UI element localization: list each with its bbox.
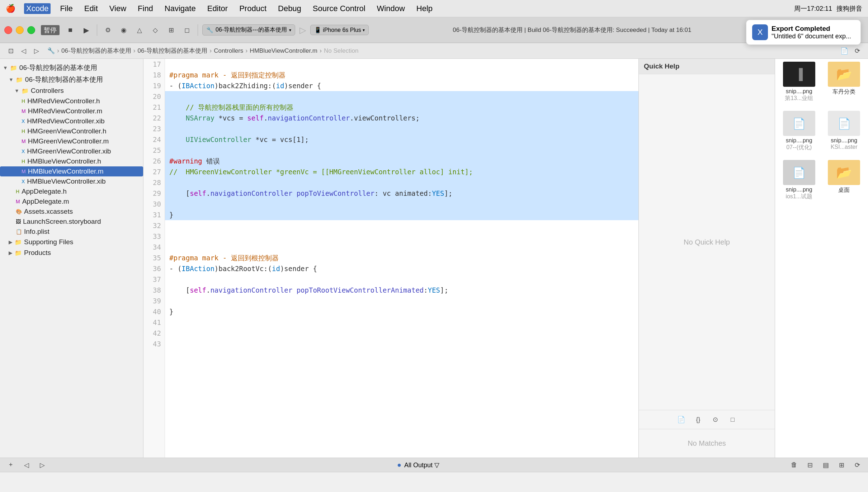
console-nav-left[interactable]: ◁ bbox=[20, 459, 33, 472]
menu-view[interactable]: View bbox=[107, 3, 128, 14]
qh-code-icon[interactable]: {} bbox=[693, 414, 704, 425]
qh-circle-icon[interactable]: ⊙ bbox=[710, 414, 721, 425]
breadcrumb-sep-2: › bbox=[133, 47, 136, 55]
sidebar-products-header[interactable]: ▶ 📁 Products bbox=[0, 247, 143, 258]
code-line-29: [self.navigationController popToViewCont… bbox=[165, 188, 638, 199]
apple-menu[interactable]: 🍎 bbox=[6, 4, 15, 13]
sidebar-item-hmred-m[interactable]: M HMRedViewController.m bbox=[0, 106, 143, 116]
breadcrumb-item-5[interactable]: No Selection bbox=[324, 47, 358, 55]
code-content[interactable]: #pragma mark - 返回到指定控制器- (IBAction)back2… bbox=[165, 59, 638, 458]
menu-product[interactable]: Product bbox=[237, 3, 269, 14]
console-settings[interactable]: ⟳ bbox=[851, 459, 864, 472]
sidebar-item-hmblue-xib[interactable]: X HMBlueViewController.xib bbox=[0, 176, 143, 186]
triangle-icon-ctrl: ▼ bbox=[14, 88, 19, 94]
sidebar-group-root-header[interactable]: ▼ 📁 06-导航控制器的基本使用 bbox=[0, 62, 143, 74]
code-editor[interactable]: 1718192021222324252627282930313233343536… bbox=[143, 59, 638, 458]
minimize-button[interactable] bbox=[16, 26, 24, 34]
quick-help-title: Quick Help bbox=[644, 62, 679, 70]
notification-popup[interactable]: X Export Completed "Untitled 6" document… bbox=[746, 20, 861, 45]
toolbar-icon-6[interactable]: ◻ bbox=[180, 24, 193, 37]
thumbnail-5[interactable]: 📂 桌面 bbox=[823, 160, 865, 200]
console-terminal[interactable]: ▤ bbox=[819, 459, 832, 472]
sidebar-item-hmred-xib[interactable]: X HMRedViewController.xib bbox=[0, 116, 143, 126]
sidebar-item-hmgreen-m[interactable]: M HMGreenViewController.m bbox=[0, 136, 143, 146]
console-clear[interactable]: 🗑 bbox=[788, 459, 801, 472]
thumbnail-2[interactable]: 📄 snip....png 07--(优化) bbox=[778, 111, 820, 151]
sidebar-item-hmgreen-h[interactable]: H HMGreenViewController.h bbox=[0, 126, 143, 136]
code-line-22: NSArray *vcs = self.navigationController… bbox=[165, 113, 638, 123]
breadcrumb-item-2[interactable]: 06-导航控制器的基本使用 bbox=[138, 47, 208, 55]
console-output-label[interactable]: All Output ▽ bbox=[404, 461, 439, 469]
input-method[interactable]: 搜狗拼音 bbox=[836, 4, 862, 13]
thumbnail-4[interactable]: 📄 snip....png ios1...试题 bbox=[778, 160, 820, 200]
breadcrumb-item-3[interactable]: Controllers bbox=[214, 47, 243, 55]
breadcrumb-next[interactable]: ▷ bbox=[30, 44, 43, 57]
products-label: Products bbox=[24, 249, 51, 257]
sidebar-item-hmgreen-xib[interactable]: X HMGreenViewController.xib bbox=[0, 146, 143, 156]
menu-debug[interactable]: Debug bbox=[276, 3, 303, 14]
scheme-selector[interactable]: 🔧 06-导航控制器---的基本使用 ▾ bbox=[202, 24, 295, 36]
console-add[interactable]: + bbox=[4, 459, 17, 472]
file-icon-m: M bbox=[22, 108, 26, 114]
thumb-label-4: snip....png bbox=[786, 186, 812, 193]
stop-button[interactable]: ■ bbox=[64, 24, 77, 37]
close-button[interactable] bbox=[4, 26, 12, 34]
menu-window[interactable]: Window bbox=[375, 3, 407, 14]
menu-source-control[interactable]: Source Control bbox=[311, 3, 368, 14]
device-selector[interactable]: 📱 iPhone 6s Plus ▾ bbox=[310, 25, 369, 35]
qh-square-icon[interactable]: □ bbox=[727, 414, 739, 425]
breadcrumb-prev[interactable]: ◁ bbox=[17, 44, 30, 57]
sidebar-group-main[interactable]: ▼ 📁 06-导航控制器的基本使用 bbox=[0, 74, 143, 85]
toolbar-icon-4[interactable]: ◇ bbox=[149, 24, 162, 37]
qh-doc-icon[interactable]: 📄 bbox=[675, 414, 687, 425]
thumbnail-1[interactable]: 📂 车丹分类 bbox=[823, 62, 865, 102]
console-layout[interactable]: ⊞ bbox=[835, 459, 848, 472]
toolbar: 暂停 ■ ▶ ⚙ ◉ △ ◇ ⊞ ◻ 🔧 06-导航控制器---的基本使用 ▾ … bbox=[0, 17, 868, 43]
menu-editor[interactable]: Editor bbox=[205, 3, 230, 14]
breadcrumb-add-doc[interactable]: 📄 bbox=[838, 44, 851, 57]
toolbar-icon-1[interactable]: ⚙ bbox=[102, 24, 114, 37]
thumbnail-0[interactable]: ▐ snip....png 第13...业组 bbox=[778, 62, 820, 102]
sidebar-item-assets[interactable]: 🎨 Assets.xcassets bbox=[0, 207, 143, 217]
code-line-31: } bbox=[165, 209, 638, 220]
sidebar-controllers-header[interactable]: ▼ 📁 Controllers bbox=[0, 85, 143, 96]
run-button[interactable]: ▶ bbox=[80, 24, 93, 37]
menu-help[interactable]: Help bbox=[414, 3, 435, 14]
menu-edit[interactable]: Edit bbox=[82, 3, 100, 14]
quick-help-footer[interactable]: 📄 {} ⊙ □ bbox=[639, 410, 775, 429]
code-line-26: #warning 错误 bbox=[165, 156, 638, 166]
toolbar-icon-3[interactable]: △ bbox=[133, 24, 146, 37]
sidebar-item-infoplist[interactable]: 📋 Info.plist bbox=[0, 227, 143, 237]
sidebar-item-hmblue-h[interactable]: H HMBlueViewController.h bbox=[0, 156, 143, 166]
thumb-label-3: snip....png bbox=[831, 137, 857, 144]
menu-find[interactable]: Find bbox=[136, 3, 155, 14]
sidebar-item-hmred-h[interactable]: H HMRedViewController.h bbox=[0, 96, 143, 106]
console-nav-right[interactable]: ▷ bbox=[36, 459, 49, 472]
menu-file[interactable]: File bbox=[58, 3, 75, 14]
file-label: LaunchScreen.storyboard bbox=[23, 218, 101, 226]
sidebar-item-launchscreen[interactable]: 🖼 LaunchScreen.storyboard bbox=[0, 217, 143, 227]
thumbnail-3[interactable]: 📄 snip....png KSI...aster bbox=[823, 111, 865, 151]
breadcrumb-item-1[interactable]: 06-导航控制器的基本使用 bbox=[61, 47, 131, 55]
separator-2 bbox=[198, 24, 198, 36]
breadcrumb-filter[interactable]: ⊡ bbox=[4, 44, 17, 57]
breadcrumb-item-0[interactable]: 🔧 bbox=[47, 47, 55, 55]
toolbar-icon-5[interactable]: ⊞ bbox=[165, 24, 178, 37]
console-split[interactable]: ⊟ bbox=[803, 459, 816, 472]
breadcrumb-reload[interactable]: ⟳ bbox=[851, 44, 864, 57]
menu-xcode[interactable]: Xcode bbox=[24, 3, 51, 14]
sidebar-supporting-header[interactable]: ▶ 📁 Supporting Files bbox=[0, 237, 143, 247]
code-line-36: - (IBAction)back2RootVc:(id)sender { bbox=[165, 263, 638, 274]
sidebar-item-appdelegate-m[interactable]: M AppDelegate.m bbox=[0, 197, 143, 207]
toolbar-icon-2[interactable]: ◉ bbox=[117, 24, 130, 37]
file-label: Assets.xcassets bbox=[24, 208, 73, 216]
file-label: Info.plist bbox=[24, 228, 49, 236]
maximize-button[interactable] bbox=[27, 26, 35, 34]
supporting-label: Supporting Files bbox=[24, 238, 73, 246]
sidebar-item-appdelegate-h[interactable]: H AppDelegate.h bbox=[0, 186, 143, 197]
thumb-label-2: snip....png bbox=[786, 137, 812, 144]
menu-navigate[interactable]: Navigate bbox=[162, 3, 198, 14]
sidebar-item-hmblue-m[interactable]: M HMBlueViewController.m bbox=[0, 166, 143, 176]
controllers-label: Controllers bbox=[31, 87, 64, 95]
breadcrumb-item-4[interactable]: HMBlueViewController.m bbox=[250, 47, 317, 55]
